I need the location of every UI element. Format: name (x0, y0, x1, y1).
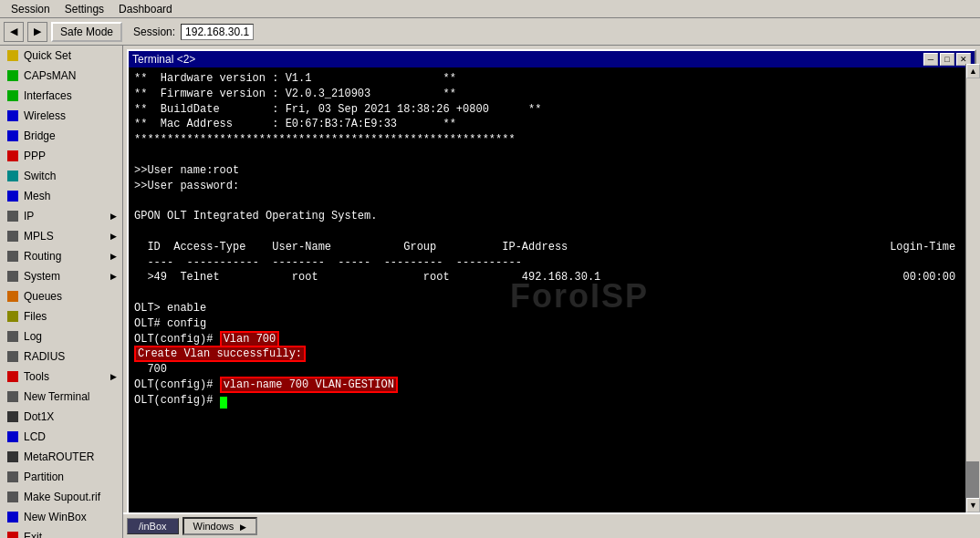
cmd-create-vlan: Create Vlan successfully: (134, 346, 306, 362)
cmd-vlan-name: vlan-name 700 VLAN-GESTION (220, 377, 398, 393)
sidebar-label-log: Log (24, 330, 42, 343)
taskbar: /inBox Windows ▶ (123, 512, 980, 538)
interfaces-icon (5, 88, 20, 103)
sidebar-item-metarouter[interactable]: MetaROUTER (0, 447, 122, 467)
main-layout: Quick SetCAPsMANInterfacesWirelessBridge… (0, 46, 980, 538)
maximize-button[interactable]: □ (940, 53, 954, 66)
sidebar-item-make-supout[interactable]: Make Supout.rif (0, 487, 122, 507)
sidebar-label-ppp: PPP (24, 150, 46, 162)
sidebar-item-quick-set[interactable]: Quick Set (0, 46, 122, 66)
taskbar-windows[interactable]: Windows ▶ (182, 517, 258, 535)
back-button[interactable]: ◀ (4, 22, 24, 42)
sidebar-label-wireless: Wireless (24, 109, 66, 122)
terminal-controls: ─ □ ✕ (923, 53, 971, 66)
forward-button[interactable]: ▶ (27, 22, 47, 42)
sidebar-item-new-winbox[interactable]: New WinBox (0, 507, 122, 527)
sidebar-item-ppp[interactable]: PPP (0, 146, 122, 166)
terminal-window: Terminal <2> ─ □ ✕ ForoISP** Hardware ve… (127, 49, 976, 534)
minimize-button[interactable]: ─ (923, 53, 938, 66)
winbox-label: /inBox (139, 521, 167, 532)
terminal-titlebar: Terminal <2> ─ □ ✕ (129, 51, 975, 67)
dot1x-icon (5, 409, 20, 424)
sidebar-item-mesh[interactable]: Mesh (0, 186, 122, 206)
menu-session[interactable]: Session (4, 1, 57, 17)
sidebar-label-new-terminal: New Terminal (24, 390, 89, 403)
log-icon (5, 329, 20, 344)
routing-icon (5, 249, 20, 264)
sidebar-item-ip[interactable]: IP▶ (0, 206, 122, 226)
scroll-thumb[interactable] (966, 461, 979, 498)
new-terminal-icon (5, 389, 20, 404)
sidebar-item-exit[interactable]: Exit (0, 527, 122, 538)
metarouter-icon (5, 450, 20, 464)
partition-icon (5, 470, 20, 484)
sidebar-label-make-supout: Make Supout.rif (24, 491, 100, 503)
lcd-icon (5, 429, 20, 444)
toolbar: ◀ ▶ Safe Mode Session: 192.168.30.1 (0, 18, 980, 46)
sidebar-label-routing: Routing (24, 250, 61, 263)
sidebar-item-radius[interactable]: RADIUS (0, 347, 122, 367)
taskbar-windows-arrow: ▶ (240, 522, 246, 532)
sidebar-item-switch[interactable]: Switch (0, 166, 122, 186)
sidebar-item-new-terminal[interactable]: New Terminal (0, 387, 122, 407)
scroll-down-button[interactable]: ▼ (966, 498, 980, 512)
terminal-text: ** Hardware version : V1.1 ** ** Firmwar… (134, 71, 969, 409)
mesh-icon (5, 189, 20, 203)
files-icon (5, 309, 20, 324)
content-area: Terminal <2> ─ □ ✕ ForoISP** Hardware ve… (123, 46, 980, 538)
cmd-vlan: Vlan 700 (220, 331, 280, 347)
sidebar-arrow-tools: ▶ (110, 372, 117, 381)
sidebar-arrow-system: ▶ (110, 272, 117, 281)
terminal-title: Terminal <2> (132, 53, 195, 66)
menubar: Session Settings Dashboard (0, 0, 980, 18)
menu-dashboard[interactable]: Dashboard (111, 1, 180, 17)
sidebar-label-radius: RADIUS (24, 350, 65, 363)
sidebar-arrow-ip: ▶ (110, 212, 117, 221)
cursor (220, 397, 227, 409)
sidebar-item-queues[interactable]: Queues (0, 286, 122, 306)
scrollbar[interactable]: ▲▼ (965, 64, 980, 512)
sidebar-label-exit: Exit (24, 531, 42, 538)
sidebar-label-metarouter: MetaROUTER (24, 450, 94, 463)
sidebar-item-capsman[interactable]: CAPsMAN (0, 66, 122, 86)
sidebar-item-lcd[interactable]: LCD (0, 427, 122, 447)
menu-settings[interactable]: Settings (57, 1, 111, 17)
sidebar-label-mpls: MPLS (24, 230, 54, 243)
sidebar-label-ip: IP (24, 210, 34, 222)
radius-icon (5, 349, 20, 364)
sidebar-label-capsman: CAPsMAN (24, 69, 76, 82)
sidebar-label-mesh: Mesh (24, 190, 50, 202)
session-label: Session: (133, 26, 175, 38)
safe-mode-button[interactable]: Safe Mode (51, 22, 122, 42)
sidebar-arrow-routing: ▶ (110, 252, 117, 261)
sidebar-label-interfaces: Interfaces (24, 89, 72, 102)
sidebar-item-bridge[interactable]: Bridge (0, 126, 122, 146)
terminal-body[interactable]: ForoISP** Hardware version : V1.1 ** ** … (129, 67, 975, 533)
taskbar-winbox[interactable]: /inBox (127, 518, 179, 534)
sidebar-item-mpls[interactable]: MPLS▶ (0, 226, 122, 246)
exit-icon (5, 530, 20, 538)
mpls-icon (5, 229, 20, 243)
sidebar-label-quick-set: Quick Set (24, 49, 71, 62)
sidebar-item-partition[interactable]: Partition (0, 467, 122, 487)
sidebar-item-log[interactable]: Log (0, 326, 122, 347)
sidebar-label-dot1x: Dot1X (24, 410, 54, 423)
sidebar-item-routing[interactable]: Routing▶ (0, 246, 122, 266)
sidebar-item-files[interactable]: Files (0, 306, 122, 326)
sidebar-item-wireless[interactable]: Wireless (0, 106, 122, 126)
sidebar-item-interfaces[interactable]: Interfaces (0, 86, 122, 106)
sidebar-item-tools[interactable]: Tools▶ (0, 367, 122, 387)
taskbar-windows-label: Windows (193, 521, 235, 532)
ppp-icon (5, 149, 20, 163)
sidebar-label-lcd: LCD (24, 430, 46, 443)
sidebar-item-system[interactable]: System▶ (0, 266, 122, 286)
switch-icon (5, 169, 20, 183)
sidebar-item-dot1x[interactable]: Dot1X (0, 407, 122, 427)
sidebar-arrow-mpls: ▶ (110, 232, 117, 241)
bridge-icon (5, 129, 20, 143)
scroll-up-button[interactable]: ▲ (966, 64, 980, 78)
tools-icon (5, 369, 20, 384)
sidebar-label-tools: Tools (24, 370, 49, 383)
sidebar: Quick SetCAPsMANInterfacesWirelessBridge… (0, 46, 123, 538)
session-value: 192.168.30.1 (181, 24, 254, 40)
